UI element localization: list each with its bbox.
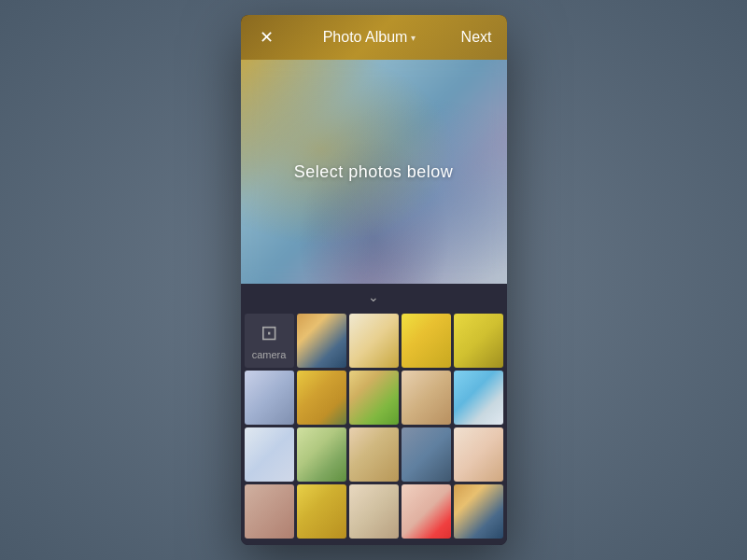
photo-thumbnail[interactable] [402, 314, 451, 368]
photo-row-4 [245, 484, 503, 539]
preview-placeholder-text: Select photos below [294, 162, 454, 182]
photo-row-2 [245, 371, 503, 425]
collapse-icon[interactable]: ⌄ [368, 289, 379, 304]
photo-thumbnail[interactable] [402, 371, 451, 425]
header-title-group: Photo Album ▾ [323, 29, 416, 46]
photo-thumbnail[interactable] [349, 427, 399, 482]
photo-thumbnail[interactable] [454, 484, 503, 539]
photo-thumbnail[interactable] [349, 484, 399, 539]
photo-thumbnail[interactable] [297, 371, 346, 425]
header-title: Photo Album [323, 29, 408, 46]
camera-button[interactable]: ⊡ camera [245, 314, 294, 368]
dropdown-icon[interactable]: ▾ [411, 33, 416, 43]
photo-thumbnail[interactable] [454, 427, 503, 482]
photo-thumbnail[interactable] [245, 371, 294, 425]
divider-row: ⌄ [241, 284, 507, 310]
next-button[interactable]: Next [461, 29, 492, 46]
photo-thumbnail[interactable] [245, 427, 294, 482]
camera-icon: ⊡ [261, 321, 277, 345]
header: ✕ Photo Album ▾ Next [241, 15, 507, 60]
photo-thumbnail[interactable] [245, 484, 294, 539]
photo-thumbnail[interactable] [297, 314, 346, 368]
photo-thumbnail[interactable] [349, 371, 399, 425]
preview-area: Select photos below [241, 60, 507, 284]
photo-row-1: ⊡ camera [245, 314, 503, 368]
photo-thumbnail[interactable] [297, 484, 346, 539]
photo-thumbnail[interactable] [349, 314, 399, 368]
photo-grid-area: ⊡ camera [241, 310, 507, 545]
photo-thumbnail[interactable] [297, 427, 346, 482]
photo-thumbnail[interactable] [454, 314, 503, 368]
camera-label: camera [252, 349, 287, 360]
photo-thumbnail[interactable] [402, 484, 451, 539]
photo-row-3 [245, 427, 503, 482]
close-button[interactable]: ✕ [256, 27, 278, 48]
photo-thumbnail[interactable] [454, 371, 503, 425]
phone-container: ✕ Photo Album ▾ Next Select photos below… [241, 15, 507, 545]
photo-thumbnail[interactable] [402, 427, 451, 482]
